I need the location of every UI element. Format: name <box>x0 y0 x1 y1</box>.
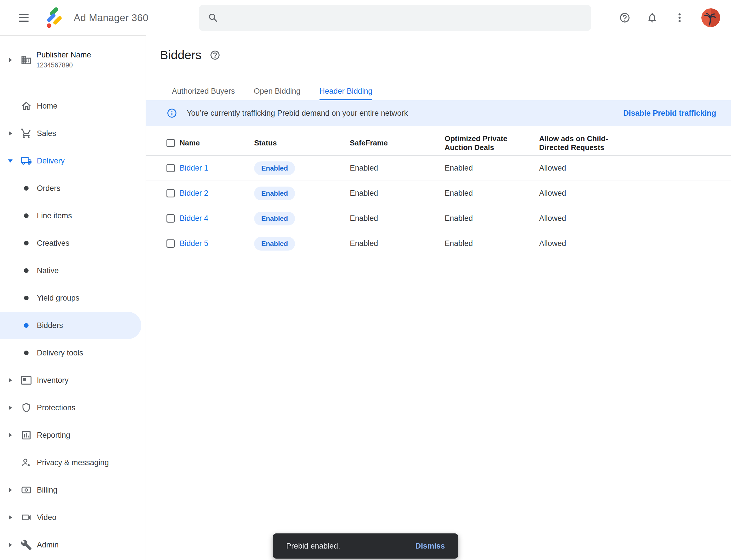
sidebar-item-video[interactable]: Video <box>0 504 146 531</box>
page-title: Bidders <box>160 48 202 62</box>
sidebar-item-orders[interactable]: Orders <box>0 175 146 202</box>
sidebar-item-label: Video <box>37 513 57 522</box>
column-header-name: Name <box>180 139 254 147</box>
status-badge[interactable]: Enabled <box>254 187 295 200</box>
search-input[interactable] <box>225 13 582 23</box>
chevron-right-icon <box>9 543 12 547</box>
sidebar-item-label: Home <box>37 102 57 111</box>
bidder-link[interactable]: Bidder 5 <box>180 239 254 248</box>
sidebar-item-native[interactable]: Native <box>0 257 146 284</box>
bullet-icon <box>24 323 29 328</box>
cart-icon <box>21 128 32 139</box>
ad-manager-logo <box>43 7 65 28</box>
sidebar-item-creatives[interactable]: Creatives <box>0 229 146 257</box>
column-header-private-auction: Optimized Private Auction Deals <box>444 134 518 152</box>
column-header-status: Status <box>254 139 350 147</box>
sidebar-item-label: Native <box>37 266 59 275</box>
inventory-icon <box>21 375 32 386</box>
chevron-right-icon <box>9 58 12 62</box>
video-icon <box>21 512 32 523</box>
app-title: Ad Manager 360 <box>74 12 149 23</box>
sidebar-item-label: Protections <box>37 403 75 412</box>
sidebar-item-label: Delivery <box>37 157 65 165</box>
publisher-selector[interactable]: Publisher Name 1234567890 <box>0 36 146 84</box>
tab-open-bidding[interactable]: Open Bidding <box>254 82 301 100</box>
chevron-right-icon <box>9 515 12 520</box>
more-vert-icon[interactable] <box>674 12 685 23</box>
column-header-child-directed: Allow ads on Child-Directed Requests <box>539 134 616 152</box>
row-checkbox[interactable] <box>167 239 175 248</box>
banner-message: You’re currently trafficking Prebid dema… <box>187 109 408 118</box>
safeframe-cell: Enabled <box>350 239 444 248</box>
safeframe-cell: Enabled <box>350 164 444 173</box>
billing-icon <box>21 484 32 496</box>
sidebar: Publisher Name 1234567890 Home Sales <box>0 35 146 560</box>
search-bar[interactable] <box>199 5 591 31</box>
status-badge[interactable]: Enabled <box>254 212 295 225</box>
sidebar-item-label: Delivery tools <box>37 349 83 357</box>
sidebar-item-delivery-tools[interactable]: Delivery tools <box>0 339 146 367</box>
sidebar-item-bidders[interactable]: Bidders <box>0 312 141 339</box>
disable-prebid-link[interactable]: Disable Prebid trafficking <box>623 109 716 118</box>
sidebar-item-inventory[interactable]: Inventory <box>0 367 146 394</box>
bidder-link[interactable]: Bidder 1 <box>180 164 254 173</box>
menu-icon[interactable] <box>19 11 31 24</box>
column-header-safeframe: SafeFrame <box>350 139 444 147</box>
toast-message: Prebid enabled. <box>286 542 340 551</box>
bullet-icon <box>24 268 29 273</box>
main-content: Bidders Authorized Buyers Open Bidding H… <box>146 35 731 560</box>
privacy-icon <box>21 457 32 468</box>
safeframe-cell: Enabled <box>350 189 444 198</box>
status-badge[interactable]: Enabled <box>254 161 295 175</box>
notifications-icon[interactable] <box>646 12 658 23</box>
chevron-right-icon <box>9 433 12 437</box>
sidebar-item-label: Privacy & messaging <box>37 458 109 467</box>
help-icon[interactable] <box>619 12 630 23</box>
sidebar-item-billing[interactable]: Billing <box>0 476 146 504</box>
row-checkbox[interactable] <box>167 189 175 197</box>
shield-icon <box>21 402 32 413</box>
chevron-right-icon <box>9 488 12 492</box>
sidebar-item-label: Inventory <box>37 376 69 385</box>
bidder-link[interactable]: Bidder 4 <box>180 214 254 223</box>
table-row: Bidder 5 Enabled Enabled Enabled Allowed <box>146 231 731 256</box>
sidebar-item-line-items[interactable]: Line items <box>0 202 146 229</box>
sidebar-nav: Home Sales Delivery Orders <box>0 84 146 559</box>
admin-icon <box>21 539 32 551</box>
info-banner: You’re currently trafficking Prebid dema… <box>146 100 731 126</box>
status-badge[interactable]: Enabled <box>254 237 295 251</box>
sidebar-item-home[interactable]: Home <box>0 92 146 120</box>
topbar-actions <box>619 0 720 35</box>
tab-bar: Authorized Buyers Open Bidding Header Bi… <box>146 82 731 100</box>
sidebar-item-privacy-messaging[interactable]: Privacy & messaging <box>0 449 146 476</box>
table-row: Bidder 1 Enabled Enabled Enabled Allowed <box>146 156 731 181</box>
toast-dismiss-button[interactable]: Dismiss <box>415 542 445 551</box>
row-checkbox[interactable] <box>167 214 175 223</box>
sidebar-item-admin[interactable]: Admin <box>0 531 146 559</box>
home-icon <box>21 100 32 112</box>
tab-authorized-buyers[interactable]: Authorized Buyers <box>172 82 235 100</box>
private-auction-cell: Enabled <box>444 164 539 173</box>
child-directed-cell: Allowed <box>539 239 731 248</box>
truck-icon <box>21 155 32 167</box>
sidebar-item-yield-groups[interactable]: Yield groups <box>0 284 146 312</box>
publisher-id: 1234567890 <box>36 61 91 69</box>
sidebar-item-label: Reporting <box>37 431 70 440</box>
sidebar-item-protections[interactable]: Protections <box>0 394 146 421</box>
sidebar-item-sales[interactable]: Sales <box>0 120 146 147</box>
select-all-checkbox[interactable] <box>167 139 175 147</box>
sidebar-item-label: Creatives <box>37 239 69 248</box>
sidebar-item-label: Line items <box>37 211 72 220</box>
avatar[interactable] <box>701 8 720 27</box>
info-icon <box>167 108 177 119</box>
tab-header-bidding[interactable]: Header Bidding <box>319 82 372 100</box>
child-directed-cell: Allowed <box>539 164 731 173</box>
bullet-icon <box>24 186 29 191</box>
row-checkbox[interactable] <box>167 164 175 172</box>
sidebar-item-label: Bidders <box>37 321 63 330</box>
sidebar-item-reporting[interactable]: Reporting <box>0 421 146 449</box>
sidebar-item-delivery[interactable]: Delivery <box>0 147 146 175</box>
question-icon[interactable] <box>210 50 221 61</box>
bullet-icon <box>24 351 29 355</box>
bidder-link[interactable]: Bidder 2 <box>180 189 254 198</box>
